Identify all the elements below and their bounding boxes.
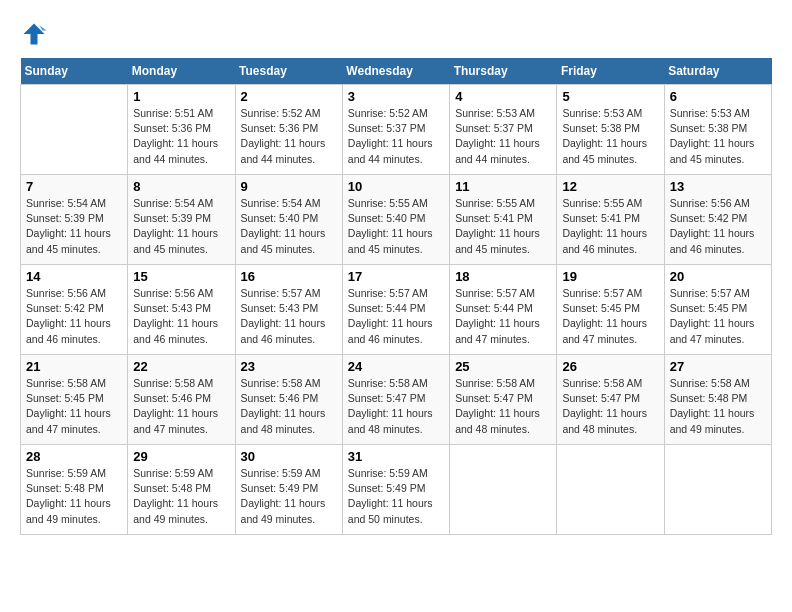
day-number: 31 bbox=[348, 449, 444, 464]
day-number: 27 bbox=[670, 359, 766, 374]
day-number: 2 bbox=[241, 89, 337, 104]
day-info: Sunrise: 5:59 AM Sunset: 5:48 PM Dayligh… bbox=[133, 466, 229, 527]
calendar-cell: 29Sunrise: 5:59 AM Sunset: 5:48 PM Dayli… bbox=[128, 445, 235, 535]
calendar-table: SundayMondayTuesdayWednesdayThursdayFrid… bbox=[20, 58, 772, 535]
calendar-header-row: SundayMondayTuesdayWednesdayThursdayFrid… bbox=[21, 58, 772, 85]
day-info: Sunrise: 5:58 AM Sunset: 5:47 PM Dayligh… bbox=[562, 376, 658, 437]
day-number: 5 bbox=[562, 89, 658, 104]
calendar-cell: 2Sunrise: 5:52 AM Sunset: 5:36 PM Daylig… bbox=[235, 85, 342, 175]
calendar-cell: 20Sunrise: 5:57 AM Sunset: 5:45 PM Dayli… bbox=[664, 265, 771, 355]
day-number: 14 bbox=[26, 269, 122, 284]
day-number: 22 bbox=[133, 359, 229, 374]
calendar-cell: 26Sunrise: 5:58 AM Sunset: 5:47 PM Dayli… bbox=[557, 355, 664, 445]
day-number: 18 bbox=[455, 269, 551, 284]
day-info: Sunrise: 5:59 AM Sunset: 5:49 PM Dayligh… bbox=[348, 466, 444, 527]
day-info: Sunrise: 5:58 AM Sunset: 5:47 PM Dayligh… bbox=[455, 376, 551, 437]
calendar-cell: 31Sunrise: 5:59 AM Sunset: 5:49 PM Dayli… bbox=[342, 445, 449, 535]
day-info: Sunrise: 5:57 AM Sunset: 5:43 PM Dayligh… bbox=[241, 286, 337, 347]
day-number: 21 bbox=[26, 359, 122, 374]
day-number: 17 bbox=[348, 269, 444, 284]
day-number: 9 bbox=[241, 179, 337, 194]
calendar-cell: 3Sunrise: 5:52 AM Sunset: 5:37 PM Daylig… bbox=[342, 85, 449, 175]
day-number: 19 bbox=[562, 269, 658, 284]
calendar-cell: 24Sunrise: 5:58 AM Sunset: 5:47 PM Dayli… bbox=[342, 355, 449, 445]
column-header-thursday: Thursday bbox=[450, 58, 557, 85]
day-info: Sunrise: 5:58 AM Sunset: 5:47 PM Dayligh… bbox=[348, 376, 444, 437]
calendar-cell: 12Sunrise: 5:55 AM Sunset: 5:41 PM Dayli… bbox=[557, 175, 664, 265]
day-number: 25 bbox=[455, 359, 551, 374]
column-header-saturday: Saturday bbox=[664, 58, 771, 85]
calendar-cell: 22Sunrise: 5:58 AM Sunset: 5:46 PM Dayli… bbox=[128, 355, 235, 445]
day-info: Sunrise: 5:58 AM Sunset: 5:46 PM Dayligh… bbox=[133, 376, 229, 437]
day-info: Sunrise: 5:52 AM Sunset: 5:37 PM Dayligh… bbox=[348, 106, 444, 167]
day-number: 28 bbox=[26, 449, 122, 464]
day-info: Sunrise: 5:51 AM Sunset: 5:36 PM Dayligh… bbox=[133, 106, 229, 167]
day-info: Sunrise: 5:59 AM Sunset: 5:49 PM Dayligh… bbox=[241, 466, 337, 527]
calendar-cell: 21Sunrise: 5:58 AM Sunset: 5:45 PM Dayli… bbox=[21, 355, 128, 445]
day-number: 16 bbox=[241, 269, 337, 284]
day-info: Sunrise: 5:59 AM Sunset: 5:48 PM Dayligh… bbox=[26, 466, 122, 527]
calendar-cell bbox=[21, 85, 128, 175]
calendar-cell: 5Sunrise: 5:53 AM Sunset: 5:38 PM Daylig… bbox=[557, 85, 664, 175]
day-info: Sunrise: 5:53 AM Sunset: 5:38 PM Dayligh… bbox=[670, 106, 766, 167]
calendar-cell: 8Sunrise: 5:54 AM Sunset: 5:39 PM Daylig… bbox=[128, 175, 235, 265]
day-info: Sunrise: 5:56 AM Sunset: 5:43 PM Dayligh… bbox=[133, 286, 229, 347]
logo-icon bbox=[20, 20, 48, 48]
calendar-cell: 11Sunrise: 5:55 AM Sunset: 5:41 PM Dayli… bbox=[450, 175, 557, 265]
day-number: 13 bbox=[670, 179, 766, 194]
day-info: Sunrise: 5:58 AM Sunset: 5:48 PM Dayligh… bbox=[670, 376, 766, 437]
day-number: 29 bbox=[133, 449, 229, 464]
day-info: Sunrise: 5:55 AM Sunset: 5:41 PM Dayligh… bbox=[455, 196, 551, 257]
calendar-cell: 15Sunrise: 5:56 AM Sunset: 5:43 PM Dayli… bbox=[128, 265, 235, 355]
calendar-week-row: 28Sunrise: 5:59 AM Sunset: 5:48 PM Dayli… bbox=[21, 445, 772, 535]
day-info: Sunrise: 5:58 AM Sunset: 5:45 PM Dayligh… bbox=[26, 376, 122, 437]
day-info: Sunrise: 5:57 AM Sunset: 5:45 PM Dayligh… bbox=[562, 286, 658, 347]
calendar-cell bbox=[664, 445, 771, 535]
day-info: Sunrise: 5:54 AM Sunset: 5:39 PM Dayligh… bbox=[133, 196, 229, 257]
day-number: 20 bbox=[670, 269, 766, 284]
column-header-sunday: Sunday bbox=[21, 58, 128, 85]
day-info: Sunrise: 5:52 AM Sunset: 5:36 PM Dayligh… bbox=[241, 106, 337, 167]
day-number: 3 bbox=[348, 89, 444, 104]
day-number: 12 bbox=[562, 179, 658, 194]
day-number: 10 bbox=[348, 179, 444, 194]
calendar-cell: 9Sunrise: 5:54 AM Sunset: 5:40 PM Daylig… bbox=[235, 175, 342, 265]
calendar-cell: 13Sunrise: 5:56 AM Sunset: 5:42 PM Dayli… bbox=[664, 175, 771, 265]
column-header-monday: Monday bbox=[128, 58, 235, 85]
calendar-cell bbox=[450, 445, 557, 535]
day-number: 4 bbox=[455, 89, 551, 104]
calendar-cell bbox=[557, 445, 664, 535]
day-info: Sunrise: 5:57 AM Sunset: 5:44 PM Dayligh… bbox=[348, 286, 444, 347]
day-number: 30 bbox=[241, 449, 337, 464]
day-number: 15 bbox=[133, 269, 229, 284]
calendar-cell: 7Sunrise: 5:54 AM Sunset: 5:39 PM Daylig… bbox=[21, 175, 128, 265]
calendar-cell: 27Sunrise: 5:58 AM Sunset: 5:48 PM Dayli… bbox=[664, 355, 771, 445]
calendar-cell: 4Sunrise: 5:53 AM Sunset: 5:37 PM Daylig… bbox=[450, 85, 557, 175]
logo bbox=[20, 20, 52, 48]
day-info: Sunrise: 5:58 AM Sunset: 5:46 PM Dayligh… bbox=[241, 376, 337, 437]
calendar-cell: 25Sunrise: 5:58 AM Sunset: 5:47 PM Dayli… bbox=[450, 355, 557, 445]
calendar-cell: 1Sunrise: 5:51 AM Sunset: 5:36 PM Daylig… bbox=[128, 85, 235, 175]
calendar-cell: 14Sunrise: 5:56 AM Sunset: 5:42 PM Dayli… bbox=[21, 265, 128, 355]
calendar-cell: 23Sunrise: 5:58 AM Sunset: 5:46 PM Dayli… bbox=[235, 355, 342, 445]
day-number: 7 bbox=[26, 179, 122, 194]
day-number: 24 bbox=[348, 359, 444, 374]
calendar-cell: 10Sunrise: 5:55 AM Sunset: 5:40 PM Dayli… bbox=[342, 175, 449, 265]
page-header bbox=[20, 20, 772, 48]
day-info: Sunrise: 5:55 AM Sunset: 5:40 PM Dayligh… bbox=[348, 196, 444, 257]
calendar-week-row: 7Sunrise: 5:54 AM Sunset: 5:39 PM Daylig… bbox=[21, 175, 772, 265]
day-info: Sunrise: 5:53 AM Sunset: 5:38 PM Dayligh… bbox=[562, 106, 658, 167]
day-info: Sunrise: 5:53 AM Sunset: 5:37 PM Dayligh… bbox=[455, 106, 551, 167]
calendar-cell: 28Sunrise: 5:59 AM Sunset: 5:48 PM Dayli… bbox=[21, 445, 128, 535]
calendar-cell: 16Sunrise: 5:57 AM Sunset: 5:43 PM Dayli… bbox=[235, 265, 342, 355]
calendar-cell: 30Sunrise: 5:59 AM Sunset: 5:49 PM Dayli… bbox=[235, 445, 342, 535]
calendar-cell: 6Sunrise: 5:53 AM Sunset: 5:38 PM Daylig… bbox=[664, 85, 771, 175]
day-info: Sunrise: 5:54 AM Sunset: 5:39 PM Dayligh… bbox=[26, 196, 122, 257]
calendar-week-row: 1Sunrise: 5:51 AM Sunset: 5:36 PM Daylig… bbox=[21, 85, 772, 175]
day-number: 6 bbox=[670, 89, 766, 104]
calendar-cell: 17Sunrise: 5:57 AM Sunset: 5:44 PM Dayli… bbox=[342, 265, 449, 355]
calendar-cell: 18Sunrise: 5:57 AM Sunset: 5:44 PM Dayli… bbox=[450, 265, 557, 355]
calendar-week-row: 14Sunrise: 5:56 AM Sunset: 5:42 PM Dayli… bbox=[21, 265, 772, 355]
column-header-friday: Friday bbox=[557, 58, 664, 85]
column-header-tuesday: Tuesday bbox=[235, 58, 342, 85]
